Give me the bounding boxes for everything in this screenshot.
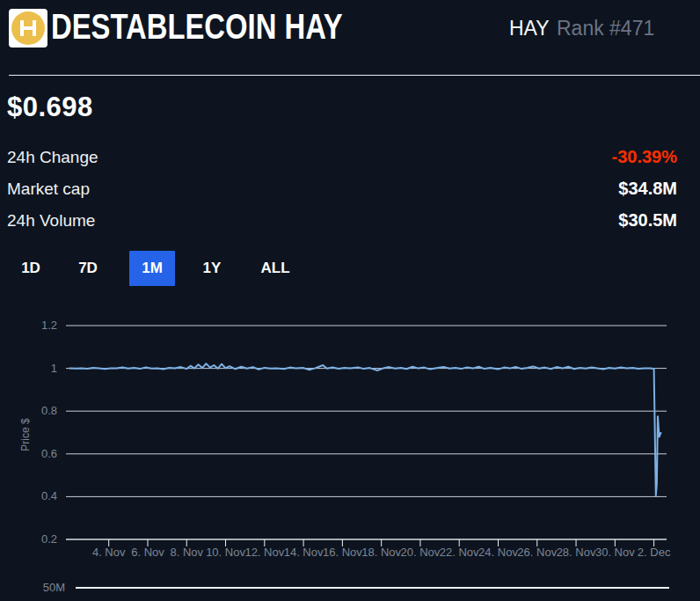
x-tick-label: 18. Nov — [361, 546, 401, 559]
x-tick-label: 24. Nov — [478, 546, 518, 559]
y-tick-label: 0.4 — [41, 489, 57, 502]
volume-axis-label: 50M — [43, 581, 65, 594]
y-tick-label: 0.2 — [41, 532, 57, 546]
x-tick-label: 20. Nov — [401, 546, 441, 559]
x-tick-label: 2. Dec — [638, 546, 671, 559]
stat-value-24h-change: -30.39% — [612, 147, 678, 167]
x-tick-label: 4. Nov — [92, 546, 126, 559]
x-tick-label: 10. Nov — [206, 546, 245, 559]
range-button-1d[interactable]: 1D — [8, 251, 54, 286]
stat-value-market-cap: $34.8M — [618, 179, 677, 199]
hay-logo-icon — [9, 9, 47, 48]
x-tick-label: 30. Nov — [595, 546, 635, 559]
coin-symbol: HAY — [509, 17, 550, 40]
price-chart[interactable]: 0.20.40.60.811.2Price $4. Nov6. Nov8. No… — [0, 312, 700, 601]
y-tick-label: 1 — [51, 362, 57, 375]
range-button-1m[interactable]: 1M — [129, 251, 175, 286]
stat-value-24h-volume: $30.5M — [618, 210, 677, 231]
x-tick-label: 16. Nov — [323, 546, 362, 559]
y-tick-label: 0.6 — [41, 447, 57, 460]
x-tick-label: 12. Nov — [244, 546, 284, 559]
page-title: DESTABLECOIN HAY — [51, 5, 343, 48]
coin-rank-badge: Rank #471 — [557, 17, 654, 40]
x-tick-label: 6. Nov — [131, 546, 164, 559]
range-button-7d[interactable]: 7D — [65, 251, 111, 286]
range-button-all[interactable]: ALL — [252, 251, 298, 286]
y-tick-label: 0.8 — [41, 404, 57, 417]
stat-label-market-cap: Market cap — [7, 180, 90, 199]
header-divider — [9, 75, 700, 76]
price-line-series — [69, 363, 660, 495]
x-tick-label: 14. Nov — [284, 546, 324, 559]
range-button-1y[interactable]: 1Y — [189, 251, 235, 286]
x-tick-label: 8. Nov — [170, 546, 203, 559]
stat-label-24h-volume: 24h Volume — [7, 211, 95, 231]
current-price: $0.698 — [7, 92, 93, 123]
x-tick-label: 22. Nov — [440, 546, 479, 559]
y-tick-label: 1.2 — [41, 319, 57, 332]
x-tick-label: 28. Nov — [557, 546, 596, 559]
y-axis-title: Price $ — [19, 418, 32, 451]
stat-label-24h-change: 24h Change — [7, 148, 98, 167]
x-tick-label: 26. Nov — [517, 546, 557, 559]
